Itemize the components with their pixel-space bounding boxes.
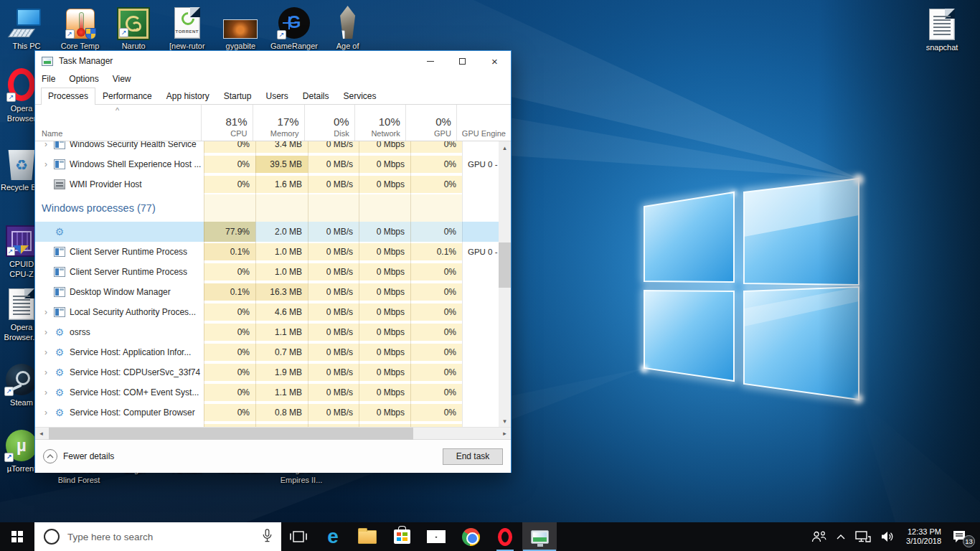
process-row[interactable]: ›⚙Service Host: COM+ Event Syst...0%1.1 … bbox=[35, 382, 499, 402]
process-name: WMI Provider Host bbox=[70, 179, 142, 189]
taskbar-app-task-manager[interactable] bbox=[522, 522, 557, 551]
scroll-down-icon[interactable]: ▾ bbox=[499, 415, 511, 427]
cell-gpu: 0.1% bbox=[410, 242, 462, 262]
process-row[interactable]: ›⚙osrss0%1.1 MB0 MB/s0 Mbps0% bbox=[35, 322, 499, 342]
expand-chevron-icon[interactable]: › bbox=[41, 307, 51, 317]
tab-performance[interactable]: Performance bbox=[95, 88, 159, 105]
process-row[interactable]: ›⚙Service Host: Computer Browser0%0.8 MB… bbox=[35, 402, 499, 423]
tab-startup[interactable]: Startup bbox=[217, 88, 259, 105]
scroll-left-icon[interactable]: ◂ bbox=[35, 428, 47, 440]
expand-chevron-icon[interactable]: › bbox=[41, 159, 51, 169]
tab-app-history[interactable]: App history bbox=[159, 88, 217, 105]
tab-processes[interactable]: Processes bbox=[41, 88, 95, 105]
microphone-icon[interactable] bbox=[263, 529, 272, 545]
scroll-right-icon[interactable]: ▸ bbox=[499, 428, 511, 440]
cell-memory: 0.8 MB bbox=[255, 402, 308, 423]
taskbar-app-opera[interactable] bbox=[488, 522, 522, 551]
hidden-icons-chevron[interactable] bbox=[831, 522, 850, 551]
menu-options[interactable]: Options bbox=[69, 74, 98, 84]
volume-icon[interactable] bbox=[876, 522, 900, 551]
taskbar-app-file-explorer[interactable] bbox=[350, 522, 385, 551]
horizontal-scroll-thumb[interactable] bbox=[49, 428, 413, 440]
expand-chevron-icon[interactable]: › bbox=[41, 327, 51, 337]
process-row[interactable]: WMI Provider Host0%1.6 MB0 MB/s0 Mbps0% bbox=[35, 174, 499, 194]
expand-chevron-icon[interactable]: › bbox=[41, 347, 51, 357]
cpuid-cpu-z-icon: ↗ bbox=[6, 222, 37, 257]
expand-chevron-icon[interactable]: › bbox=[41, 387, 51, 397]
action-center-icon[interactable]: 13 bbox=[947, 522, 976, 551]
title-bar[interactable]: Task Manager × bbox=[35, 51, 511, 71]
vertical-scroll-thumb[interactable] bbox=[499, 242, 511, 288]
horizontal-scrollbar[interactable]: ◂ ▸ bbox=[35, 427, 511, 439]
network-icon[interactable] bbox=[850, 522, 876, 551]
opera-browser-doc-icon bbox=[9, 286, 34, 320]
cell-gpu: 0% bbox=[410, 342, 462, 362]
expand-chevron-icon[interactable]: › bbox=[41, 367, 51, 377]
naruto-icon: ↗ bbox=[118, 4, 149, 39]
process-row[interactable]: ›Windows Shell Experience Host ...0%39.5… bbox=[35, 154, 499, 174]
tab-services[interactable]: Services bbox=[336, 88, 384, 105]
utorrent-icon: µ↗ bbox=[6, 427, 37, 461]
process-row[interactable]: ›Windows Security Health Service0%3.4 MB… bbox=[35, 141, 499, 154]
cell-gpu-engine bbox=[462, 402, 499, 423]
process-row[interactable]: ⚙77.9%2.0 MB0 MB/s0 Mbps0% bbox=[35, 222, 499, 242]
process-row[interactable]: ›⚙Service Host: CDPUserSvc_33f740%1.9 MB… bbox=[35, 362, 499, 382]
column-header-gpu-engine[interactable]: GPU Engine bbox=[456, 105, 511, 141]
scroll-up-icon[interactable]: ▴ bbox=[499, 141, 511, 154]
process-group-header[interactable]: Windows processes (77) bbox=[35, 194, 499, 222]
process-row[interactable]: Desktop Window Manager0.1%16.3 MB0 MB/s0… bbox=[35, 282, 499, 302]
column-header-name[interactable]: ^ Name bbox=[35, 105, 201, 141]
cell-gpu-engine bbox=[462, 141, 499, 154]
menu-view[interactable]: View bbox=[113, 74, 131, 84]
desktop-icon-age-of-empires[interactable]: ↗Age of bbox=[324, 4, 372, 51]
column-header-disk[interactable]: 0%Disk bbox=[304, 105, 354, 141]
vertical-scrollbar[interactable]: ▴ ▾ bbox=[499, 141, 511, 427]
menu-file[interactable]: File bbox=[42, 74, 55, 84]
tab-details[interactable]: Details bbox=[296, 88, 336, 105]
column-header-network[interactable]: 10%Network bbox=[354, 105, 405, 141]
maximize-button[interactable] bbox=[446, 51, 479, 71]
expand-chevron-icon[interactable]: › bbox=[41, 141, 51, 149]
cell-network: 0 Mbps bbox=[359, 242, 410, 262]
windows-logo-icon bbox=[11, 531, 23, 542]
desktop-icon-naruto[interactable]: ↗Naruto bbox=[110, 4, 157, 51]
task-view-button[interactable] bbox=[281, 522, 316, 551]
cell-memory: 39.5 MB bbox=[255, 154, 308, 174]
desktop-icon-snapchat[interactable]: snapchat bbox=[918, 6, 966, 52]
fewer-details-button[interactable]: Fewer details bbox=[43, 449, 114, 463]
cell-memory: 0.7 MB bbox=[255, 342, 308, 362]
taskbar-app-mail[interactable] bbox=[419, 522, 453, 551]
start-button[interactable] bbox=[0, 522, 34, 551]
clock[interactable]: 12:33 PM 3/10/2018 bbox=[900, 522, 947, 551]
desktop-icon-gameranger[interactable]: G↗GameRanger bbox=[270, 4, 318, 51]
expand-chevron-icon[interactable]: › bbox=[41, 408, 51, 418]
cell-cpu: 0% bbox=[204, 141, 255, 154]
process-row[interactable]: Client Server Runtime Process0.1%1.0 MB0… bbox=[35, 242, 499, 262]
taskbar-app-chrome[interactable] bbox=[453, 522, 488, 551]
desktop-icon-core-temp[interactable]: ↗Core Temp bbox=[57, 4, 104, 51]
tab-bar: ProcessesPerformanceApp historyStartupUs… bbox=[35, 87, 511, 105]
column-header-memory[interactable]: 17%Memory bbox=[253, 105, 304, 141]
opera-browser-icon: ↗ bbox=[8, 67, 35, 101]
end-task-button[interactable]: End task bbox=[443, 448, 503, 465]
desktop-icon-new-rutor[interactable]: TORRENT[new-rutor bbox=[164, 4, 211, 51]
cell-memory: 1.0 MB bbox=[255, 242, 308, 262]
column-header-gpu[interactable]: 0%GPU bbox=[405, 105, 456, 141]
desktop-icon-this-pc[interactable]: This PC bbox=[3, 4, 50, 51]
process-row[interactable]: Client Server Runtime Process0%1.0 MB0 M… bbox=[35, 262, 499, 282]
desktop-icon-gygabite[interactable]: gygabite bbox=[217, 4, 264, 51]
process-name-cell: Client Server Runtime Process bbox=[35, 262, 204, 282]
tab-users[interactable]: Users bbox=[258, 88, 295, 105]
process-row[interactable]: ›Local Security Authority Proces...0%4.6… bbox=[35, 302, 499, 322]
minimize-button[interactable] bbox=[414, 51, 446, 71]
taskbar-app-edge[interactable]: e bbox=[316, 522, 350, 551]
process-row[interactable]: ›⚙Service Host: Application Infor...0%0.… bbox=[35, 342, 499, 362]
taskbar-app-store[interactable] bbox=[385, 522, 419, 551]
cell-cpu: 0% bbox=[204, 362, 255, 382]
search-box[interactable]: Type here to search bbox=[34, 522, 281, 551]
people-icon[interactable] bbox=[806, 522, 831, 551]
close-button[interactable]: × bbox=[479, 51, 511, 71]
column-header-cpu[interactable]: 81%CPU bbox=[201, 105, 252, 141]
cell-network: 0 Mbps bbox=[359, 222, 410, 242]
gygabite-icon bbox=[223, 4, 258, 39]
